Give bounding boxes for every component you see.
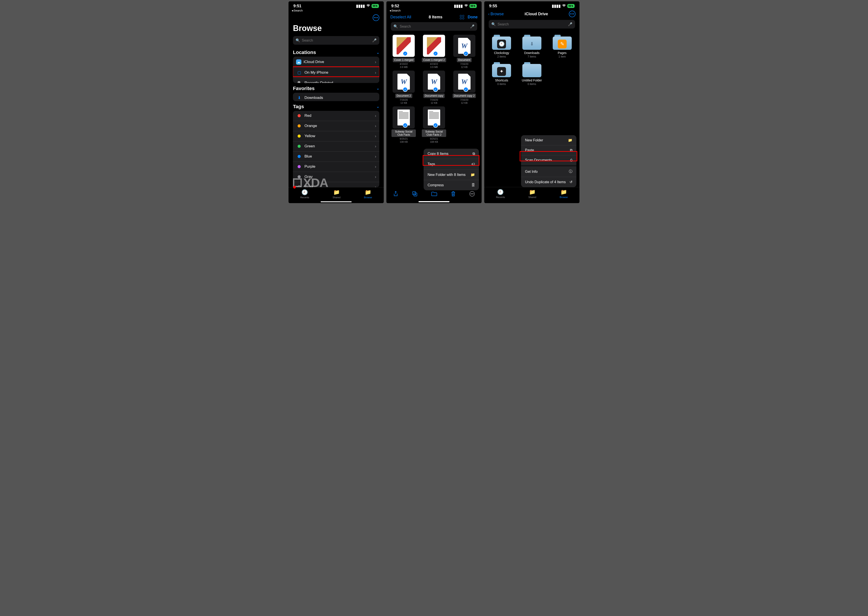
search-field[interactable]: 🔍 🎤 [489,20,575,28]
duplicate-icon[interactable] [412,191,417,198]
tab-browse[interactable]: 📁Browse [364,189,372,199]
context-folder-plus[interactable]: New Folder📁 [521,135,577,145]
chevron-right-icon: › [375,144,376,149]
battery-icon: 98↯ [372,4,379,8]
folder-item[interactable]: ✦Shortcuts0 items [487,62,516,86]
status-bar: 9:51 ▮▮▮▮ 98↯ [288,2,384,9]
tag-icon: 🏷 [471,162,475,166]
context-paste[interactable]: Paste⧉ [521,145,577,156]
tag-work[interactable]: Work› [293,182,379,187]
tag-purple[interactable]: Purple› [293,162,379,172]
context-scan[interactable]: Scan Documents⎙ [521,156,577,167]
tag-orange[interactable]: Orange› [293,121,379,131]
back-to-search[interactable]: Search [288,9,384,13]
tags-header[interactable]: Tags ⌄ [288,101,384,111]
wifi-icon [464,4,468,8]
shared-folder-icon: 📁 [333,189,340,195]
locations-list: ☁ iCloud Drive › ▢ On My iPhone › 🗑 Rece… [293,57,379,83]
tag-blue[interactable]: Blue› [293,152,379,162]
context-archive[interactable]: Compress🗄 [424,180,479,190]
page-title: Browse [288,22,384,35]
tab-shared[interactable]: 📁Shared [332,189,340,199]
status-time: 9:55 [489,4,497,8]
file-thumbnail: ✓ [392,107,415,129]
move-icon[interactable] [431,192,437,198]
context-undo[interactable]: Undo Duplicate of 4 Items↺ [521,177,577,187]
battery-icon: 98↯ [567,4,575,8]
context-tag[interactable]: Tags🏷 [424,159,479,170]
shared-folder-icon: 📁 [529,189,536,195]
chevron-right-icon: › [375,174,376,179]
search-icon: 🔍 [491,22,496,26]
search-input[interactable] [498,22,566,26]
file-item[interactable]: ✓Cover-1-merged 24/19/223.9 MB [419,35,449,68]
file-item[interactable]: W✓Document 27/16/2012 KB [389,71,419,104]
file-item[interactable]: ✓Subway Social Club Facts 29/25/21108 KB [419,107,449,143]
locations-header[interactable]: Locations ⌄ [288,47,384,57]
tag-red[interactable]: Red› [293,111,379,121]
share-icon[interactable] [393,191,399,198]
chevron-right-icon: › [375,60,376,64]
file-item[interactable]: W✓Document copy7/16/2012 KB [419,71,449,104]
chevron-right-icon: › [375,71,376,75]
search-field[interactable]: 🔍 🎤 [391,22,477,31]
svg-point-4 [472,193,472,194]
done-button[interactable]: Done [468,15,477,19]
tag-dot-icon [296,155,302,158]
more-button[interactable]: ••• [569,11,575,17]
chevron-down-icon: ⌄ [377,86,379,91]
deselect-all-button[interactable]: Deselect All [391,15,411,19]
status-time: 9:51 [293,4,301,8]
search-icon: 🔍 [394,24,398,28]
tab-browse[interactable]: 📁Browse [559,189,568,198]
mic-icon[interactable]: 🎤 [470,24,474,28]
folder-item[interactable]: Untitled Folder0 items [518,62,546,86]
back-button[interactable]: ‹Browse [488,12,504,16]
tag-dot-icon [296,145,302,148]
tab-recents[interactable]: 🕘Recents [496,189,505,198]
location-recently-deleted[interactable]: 🗑 Recently Deleted [293,78,379,83]
file-item[interactable]: W✓Document7/16/2012 KB [449,35,479,68]
more-icon[interactable] [469,191,475,198]
file-item[interactable]: ✓Subway Social Club Facts9/25/21108 KB [389,107,419,143]
tab-recents[interactable]: 🕘Recents [300,189,309,199]
scan-icon: ⎙ [570,158,572,162]
file-thumbnail: ✓ [392,35,415,57]
archive-icon: 🗄 [471,183,475,187]
back-to-search[interactable]: Search [386,9,482,13]
mic-icon[interactable]: 🎤 [372,38,377,42]
folder-item[interactable]: ⬇Downloads7 items [518,35,546,58]
tags-list: Red›Orange›Yellow›Green›Blue›Purple›Gray… [293,111,379,187]
file-thumbnail: ✓ [423,35,445,57]
tab-shared[interactable]: 📁Shared [528,189,536,198]
folder-item[interactable]: 🕙Clockology2 items [487,35,516,58]
trash-icon[interactable] [451,191,456,198]
context-info[interactable]: Get Infoⓘ [521,167,577,177]
context-copy[interactable]: Copy 8 Items⧉ [424,149,479,159]
file-item[interactable]: ✓Cover-1-merged4/19/223.9 MB [389,35,419,68]
file-item[interactable]: W✓Document copy 27/16/2012 KB [449,71,479,104]
folder-icon: 🕙 [492,35,511,50]
tag-green[interactable]: Green› [293,141,379,152]
context-folder-plus[interactable]: New Folder with 8 Items📁 [424,170,479,180]
search-input[interactable] [400,25,468,28]
search-input[interactable] [302,39,370,42]
cloud-icon: ☁ [296,59,301,64]
mic-icon[interactable]: 🎤 [568,22,572,26]
folder-item[interactable]: ✎Pages1 item [548,35,577,58]
location-icloud[interactable]: ☁ iCloud Drive › [293,57,379,68]
clock-icon: 🕘 [301,189,308,195]
chevron-left-icon: ‹ [488,12,490,16]
grid-view-icon[interactable] [460,15,464,19]
search-field[interactable]: 🔍 🎤 [293,36,379,45]
signal-icon: ▮▮▮▮ [356,3,365,8]
trash-icon: 🗑 [296,80,302,83]
more-button[interactable]: ••• [373,14,379,21]
status-bar: 9:55 ▮▮▮▮98↯ [484,2,580,9]
location-on-my-iphone[interactable]: ▢ On My iPhone › [293,68,379,78]
favorites-header[interactable]: Favorites ⌄ [288,83,384,93]
favorite-downloads[interactable]: ⬇ Downloads [293,93,379,101]
tag-gray[interactable]: Gray› [293,172,379,182]
tag-yellow[interactable]: Yellow› [293,131,379,141]
phone-icon: ▢ [296,70,302,75]
